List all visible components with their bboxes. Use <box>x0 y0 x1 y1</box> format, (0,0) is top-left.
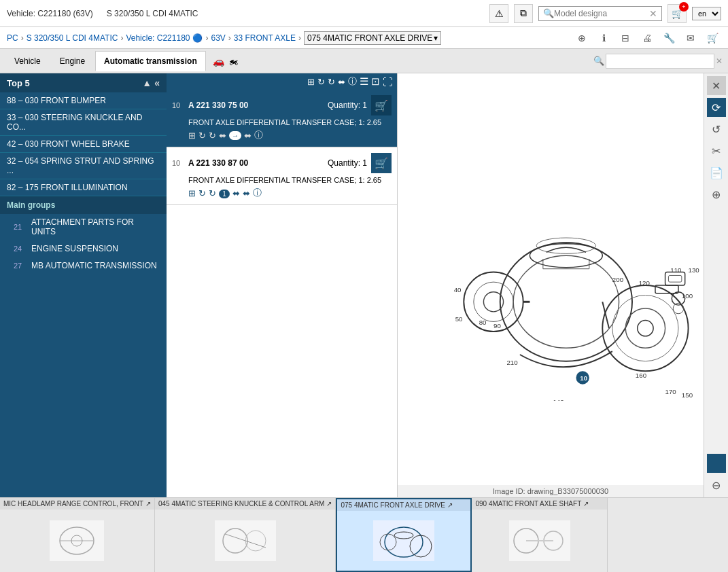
wrench-icon[interactable]: 🔧 <box>660 29 678 47</box>
sidebar-collapse-up-icon[interactable]: ▲ <box>142 77 152 88</box>
thumb-label-headlamp: MIC HEADLAMP RANGE CONTROL, FRONT ↗ <box>0 498 154 510</box>
diagram-zoom-out-icon[interactable]: ⊖ <box>707 476 726 495</box>
breadcrumb-front-axle[interactable]: 33 FRONT AXLE <box>234 33 296 43</box>
main-content: Top 5 ▲ « 88 – 030 FRONT BUMPER 33 – 030… <box>0 73 728 497</box>
breadcrumb-model[interactable]: S 320/350 L CDI 4MATIC <box>27 33 118 43</box>
thumb-img-steering <box>155 510 336 572</box>
sidebar-main-groups-header: Main groups <box>0 196 167 214</box>
part-info-icon-1[interactable]: ⓘ <box>254 129 263 141</box>
parts-list-icon[interactable]: ☰ <box>360 75 368 88</box>
svg-text:100: 100 <box>682 292 693 300</box>
diagram-sync-icon[interactable]: ⟳ <box>707 98 726 117</box>
diagram-zoom-in-icon[interactable]: ⊕ <box>707 185 726 204</box>
svg-text:50: 50 <box>455 315 463 323</box>
part-grid-icon-2[interactable]: ⊞ <box>188 188 196 198</box>
sidebar-collapse-icon[interactable]: « <box>154 77 160 88</box>
parts-refresh1-icon[interactable]: ↻ <box>317 77 325 87</box>
breadcrumb-tools: ⊕ ℹ ⊟ 🖨 🔧 ✉ 🛒 <box>573 29 721 47</box>
copy-icon[interactable]: ⧉ <box>514 4 533 23</box>
parts-refresh2-icon[interactable]: ↻ <box>328 77 335 87</box>
part-item-1[interactable]: 10 A 221 330 75 00 Quantity: 1 🛒 FRONT A… <box>167 90 397 147</box>
breadcrumb-63v[interactable]: 63V <box>211 33 225 43</box>
part-refresh1-icon-2[interactable]: ↻ <box>198 188 206 198</box>
add-to-cart-1[interactable]: 🛒 <box>371 95 392 115</box>
part-refresh1-icon-1[interactable]: ↻ <box>198 130 206 141</box>
parts-info-icon[interactable]: ⓘ <box>348 75 357 88</box>
tab-vehicle[interactable]: Vehicle <box>5 51 50 71</box>
filter-icon[interactable]: ⊟ <box>617 29 634 47</box>
diagram-svg: 110 130 200 120 100 40 80 90 50 210 10 1… <box>420 170 706 401</box>
part-arrows-icon-1[interactable]: ⬌ <box>219 130 226 141</box>
thumb-label-front-axle: 075 4MATIC FRONT AXLE DRIVE ↗ <box>337 499 470 511</box>
parts-search-bar: ⊞ ↻ ↻ ⬌ ⓘ ☰ ⊡ ⛶ <box>167 73 397 90</box>
diagram-tools-icon[interactable]: ✂ <box>707 141 726 160</box>
cart-icon[interactable]: 🛒 + <box>668 4 687 23</box>
diagram-image: 110 130 200 120 100 40 80 90 50 210 10 1… <box>398 73 728 497</box>
diagram-doc-icon[interactable]: 📄 <box>707 163 726 182</box>
model-label: S 320/350 L CDI 4MATIC <box>107 9 198 18</box>
tab-search-clear-icon[interactable]: ✕ <box>716 56 723 66</box>
part-refresh2-icon-2[interactable]: ↻ <box>209 188 216 198</box>
breadcrumb-current-dropdown[interactable]: 075 4MATIC FRONT AXLE DRIVE ▾ <box>304 31 441 45</box>
part-grid-icon-1[interactable]: ⊞ <box>188 130 196 141</box>
add-to-cart-2[interactable]: 🛒 <box>371 153 392 173</box>
thumb-img-axle-shaft <box>472 510 607 572</box>
tab-engine[interactable]: Engine <box>51 51 94 71</box>
part-qty-1: Quantity: 1 <box>328 101 367 110</box>
thumb-front-axle[interactable]: 075 4MATIC FRONT AXLE DRIVE ↗ <box>336 498 472 572</box>
thumb-external-icon-3[interactable]: ↗ <box>583 500 589 507</box>
diagram-history-icon[interactable]: ↺ <box>707 120 726 139</box>
sidebar-group-27[interactable]: 27 MB AUTOMATIC TRANSMISSION <box>0 257 167 274</box>
parts-fullscreen-icon[interactable]: ⛶ <box>383 76 393 88</box>
warning-icon[interactable]: ⚠ <box>489 4 508 23</box>
thumb-headlamp[interactable]: MIC HEADLAMP RANGE CONTROL, FRONT ↗ <box>0 498 155 572</box>
thumb-external-icon-2[interactable]: ↗ <box>447 501 453 509</box>
svg-text:120: 120 <box>639 279 651 287</box>
info-icon[interactable]: ℹ <box>595 29 612 47</box>
mail-icon[interactable]: ✉ <box>682 29 699 47</box>
parts-arrows-icon[interactable]: ⬌ <box>338 77 345 87</box>
sidebar-item-33[interactable]: 33 – 030 STEERING KNUCKLE AND CO... <box>0 109 167 136</box>
tab-search-input[interactable] <box>606 54 714 69</box>
part-code-1: A 221 330 75 00 <box>188 101 324 110</box>
thumb-external-icon-1[interactable]: ↗ <box>326 500 332 507</box>
cart-breadcrumb-icon[interactable]: 🛒 <box>704 29 721 47</box>
part-desc-2: FRONT AXLE DIFFERENTIAL TRANSFER CASE; 1… <box>172 176 392 184</box>
diagram-tools: ✕ ⟳ ↺ ✂ 📄 ⊕ ⊖ <box>704 73 728 497</box>
parts-list: 10 A 221 330 75 00 Quantity: 1 🛒 FRONT A… <box>167 90 397 497</box>
tab-automatic-transmission[interactable]: Automatic transmission <box>95 51 206 71</box>
top-bar-left: Vehicle: C221180 (63V) S 320/350 L CDI 4… <box>7 9 198 18</box>
sidebar-item-82[interactable]: 82 – 175 FRONT ILLUMINATION <box>0 179 167 196</box>
sidebar-header: Top 5 ▲ « <box>0 73 167 92</box>
zoom-in-icon[interactable]: ⊕ <box>573 29 591 47</box>
part-link-icon-2[interactable]: ⬌ <box>243 188 250 198</box>
sidebar-group-24[interactable]: 24 ENGINE SUSPENSION <box>0 240 167 257</box>
print-icon[interactable]: 🖨 <box>638 29 656 47</box>
thumb-external-icon-0[interactable]: ↗ <box>145 500 151 507</box>
diagram-close-btn[interactable]: ✕ <box>707 76 726 95</box>
clear-search-icon[interactable]: ✕ <box>649 8 657 19</box>
sidebar-item-32[interactable]: 32 – 054 SPRING STRUT AND SPRING ... <box>0 153 167 179</box>
breadcrumb-pc[interactable]: PC <box>7 33 18 43</box>
top-bar-right: ⚠ ⧉ 🔍 ✕ 🛒 + en de <box>489 4 721 23</box>
tab-bar: Vehicle Engine Automatic transmission 🚗 … <box>0 49 728 73</box>
part-badge-wrap-2: 1 <box>219 188 230 198</box>
language-select[interactable]: en de <box>692 7 721 20</box>
parts-expand-icon[interactable]: ⊡ <box>371 75 380 88</box>
parts-search-input[interactable] <box>171 76 305 87</box>
part-code-2: A 221 330 87 00 <box>188 158 324 168</box>
thumb-steering[interactable]: 045 4MATIC STEERING KNUCKLE & CONTROL AR… <box>155 498 336 572</box>
part-item-2[interactable]: 10 A 221 330 87 00 Quantity: 1 🛒 FRONT A… <box>167 147 397 205</box>
sidebar-group-21[interactable]: 21 ATTACHMENT PARTS FOR UNITS <box>0 214 167 240</box>
sidebar-item-42[interactable]: 42 – 030 FRONT WHEEL BRAKE <box>0 136 167 153</box>
parts-grid-icon[interactable]: ⊞ <box>307 77 315 87</box>
part-info-icon-2[interactable]: ⓘ <box>253 187 262 199</box>
top-search-input[interactable] <box>554 9 649 18</box>
breadcrumb-vehicle[interactable]: Vehicle: C221180 <box>126 33 190 43</box>
part-link-icon-1[interactable]: ⬌ <box>244 130 252 141</box>
thumb-axle-shaft[interactable]: 090 4MATIC FRONT AXLE SHAFT ↗ <box>472 498 608 572</box>
part-refresh2-icon-1[interactable]: ↻ <box>209 130 216 141</box>
sidebar-item-88[interactable]: 88 – 030 FRONT BUMPER <box>0 92 167 109</box>
part-icons-1: ⊞ ↻ ↻ ⬌ → ⬌ ⓘ <box>172 129 392 141</box>
part-arrows-icon-2[interactable]: ⬌ <box>232 188 240 198</box>
